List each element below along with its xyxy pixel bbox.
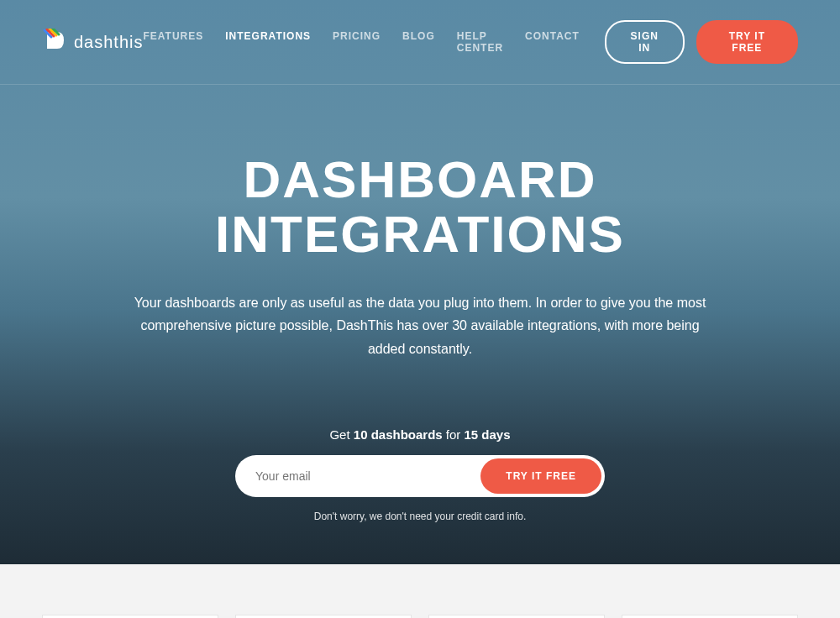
integration-card-google-plus[interactable]: G+ GOOGLE + (622, 615, 798, 618)
nav-blog[interactable]: BLOG (402, 30, 435, 54)
signup-try-button[interactable]: TRY IT FREE (480, 458, 601, 494)
hero-section: dashthis FEATURES INTEGRATIONS PRICING B… (0, 0, 840, 564)
dashthis-logo-icon (42, 29, 69, 55)
email-input[interactable] (239, 459, 480, 493)
logo[interactable]: dashthis (42, 29, 144, 55)
nav-integrations[interactable]: INTEGRATIONS (225, 30, 311, 54)
integrations-section: GOOGLE ANALYTICS ADWORDS GOOGLE SEARCH C… (0, 564, 840, 618)
nav-features[interactable]: FEATURES (144, 30, 204, 54)
title-line-2: INTEGRATIONS (215, 205, 625, 263)
hero-description: Your dashboards are only as useful as th… (126, 291, 714, 360)
nav-help-center[interactable]: HELP CENTER (457, 30, 503, 54)
integration-card-google-analytics[interactable]: GOOGLE ANALYTICS (42, 615, 218, 618)
page-title: DASHBOARD INTEGRATIONS (42, 152, 798, 261)
site-header: dashthis FEATURES INTEGRATIONS PRICING B… (0, 0, 840, 85)
logo-text: dashthis (74, 33, 144, 52)
hero-content: DASHBOARD INTEGRATIONS Your dashboards a… (0, 85, 840, 385)
try-free-button[interactable]: TRY IT FREE (696, 20, 798, 64)
cta-block: Get 10 dashboards for 15 days TRY IT FRE… (0, 427, 840, 522)
cta-note: Don't worry, we don't need your credit c… (0, 511, 840, 522)
integration-card-adwords[interactable]: ADWORDS (235, 615, 412, 618)
cta-tagline: Get 10 dashboards for 15 days (0, 427, 840, 442)
signup-bar: TRY IT FREE (235, 455, 605, 497)
nav-pricing[interactable]: PRICING (333, 30, 381, 54)
main-nav: FEATURES INTEGRATIONS PRICING BLOG HELP … (144, 30, 580, 54)
nav-contact[interactable]: CONTACT (525, 30, 580, 54)
signin-button[interactable]: SIGN IN (605, 20, 685, 64)
title-line-1: DASHBOARD (244, 150, 597, 208)
integration-card-search-console[interactable]: GOOGLE SEARCH CONSOLE (428, 615, 605, 618)
header-buttons: SIGN IN TRY IT FREE (605, 20, 798, 64)
integrations-grid: GOOGLE ANALYTICS ADWORDS GOOGLE SEARCH C… (42, 615, 798, 618)
